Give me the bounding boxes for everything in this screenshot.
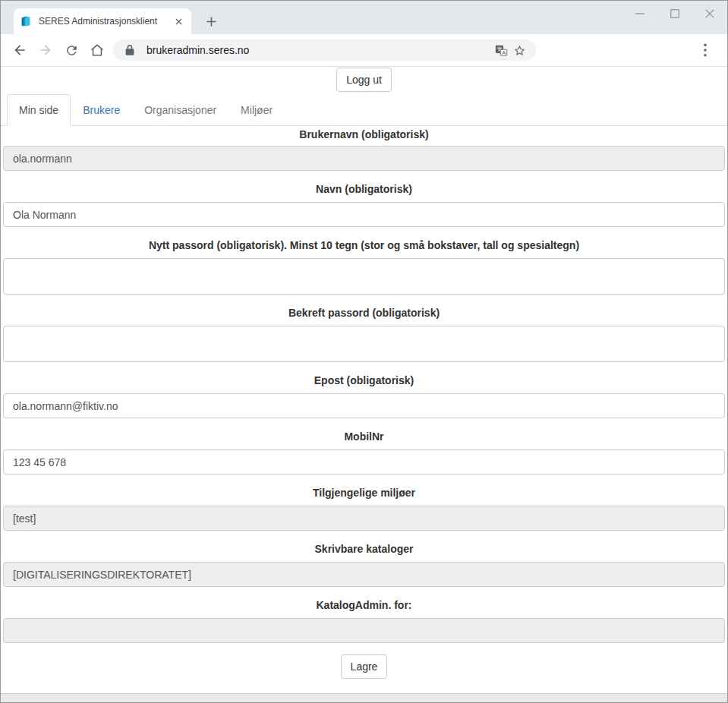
browser-window: SERES Administrasjonsklient (0, 0, 728, 703)
tab-title: SERES Administrasjonsklient (39, 16, 172, 27)
navn-input[interactable] (3, 202, 725, 227)
window-bottom-strip (1, 693, 727, 702)
close-icon[interactable] (692, 1, 727, 27)
window-controls (622, 1, 727, 27)
logout-button[interactable]: Logg ut (336, 68, 392, 92)
reload-icon[interactable] (58, 37, 84, 63)
minimize-icon[interactable] (622, 1, 657, 27)
skrivbare-kataloger-label: Skrivbare kataloger (3, 543, 725, 556)
field-brukernavn: Brukernavn (obligatorisk) (3, 128, 725, 171)
tab-min-side[interactable]: Min side (7, 94, 71, 126)
mobile-number-input[interactable] (3, 449, 725, 474)
field-navn: Navn (obligatorisk) (3, 183, 725, 227)
browser-tabstrip: SERES Administrasjonsklient (1, 1, 727, 34)
epost-label: Epost (obligatorisk) (3, 374, 725, 387)
translate-icon[interactable] (492, 41, 510, 59)
tab-miljoer[interactable]: Miljøer (228, 94, 285, 126)
brukernavn-input (3, 146, 725, 171)
save-button[interactable]: Lagre (341, 654, 388, 679)
save-row: Lagre (3, 654, 725, 679)
field-epost: Epost (obligatorisk) (3, 374, 725, 418)
nytt-passord-label: Nytt passord (obligatorisk). Minst 10 te… (3, 239, 725, 252)
tab-close-icon[interactable] (172, 15, 185, 28)
browser-toolbar: brukeradmin.seres.no (1, 34, 727, 67)
new-tab-icon[interactable] (201, 11, 221, 31)
field-tilgjengelige-miljoer: Tilgjengelige miljøer (3, 487, 725, 531)
field-katalogadmin: KatalogAdmin. for: (3, 599, 725, 643)
page-content: Logg ut Min side Brukere Organisasjoner … (1, 67, 727, 693)
writable-catalogs-input (3, 562, 725, 587)
maximize-icon[interactable] (657, 1, 692, 27)
mobilnr-label: MobilNr (3, 430, 725, 443)
field-bekreft-passord: Bekreft passord (obligatorisk) (3, 307, 725, 362)
environments-input (3, 506, 725, 531)
navn-label: Navn (obligatorisk) (3, 183, 725, 196)
url-text[interactable]: brukeradmin.seres.no (147, 44, 492, 56)
page-nav-tabs: Min side Brukere Organisasjoner Miljøer (1, 94, 727, 126)
user-form: Brukernavn (obligatorisk) Navn (obligato… (1, 128, 727, 679)
browser-menu-icon[interactable] (692, 37, 718, 63)
field-nytt-passord: Nytt passord (obligatorisk). Minst 10 te… (3, 239, 725, 295)
email-input[interactable] (3, 393, 725, 418)
bookmark-star-icon[interactable] (510, 41, 528, 59)
bekreft-passord-label: Bekreft passord (obligatorisk) (3, 307, 725, 320)
browser-tab[interactable]: SERES Administrasjonsklient (14, 8, 191, 34)
home-icon[interactable] (84, 37, 110, 63)
confirm-password-input[interactable] (3, 326, 725, 362)
field-skrivbare-kataloger: Skrivbare kataloger (3, 543, 725, 587)
seres-favicon-icon (20, 15, 32, 27)
katalogadmin-input (3, 618, 725, 643)
forward-icon (33, 37, 58, 63)
tab-organisasjoner[interactable]: Organisasjoner (132, 94, 228, 126)
brukernavn-label: Brukernavn (obligatorisk) (3, 128, 725, 141)
tab-brukere[interactable]: Brukere (71, 94, 132, 126)
field-mobilnr: MobilNr (3, 430, 725, 474)
tilgjengelige-miljoer-label: Tilgjengelige miljøer (3, 487, 725, 500)
address-bar[interactable]: brukeradmin.seres.no (113, 39, 536, 61)
back-icon[interactable] (7, 37, 33, 63)
new-password-input[interactable] (3, 258, 725, 295)
lock-icon[interactable] (121, 41, 139, 59)
logout-row: Logg ut (1, 67, 727, 92)
katalogadmin-label: KatalogAdmin. for: (3, 599, 725, 612)
